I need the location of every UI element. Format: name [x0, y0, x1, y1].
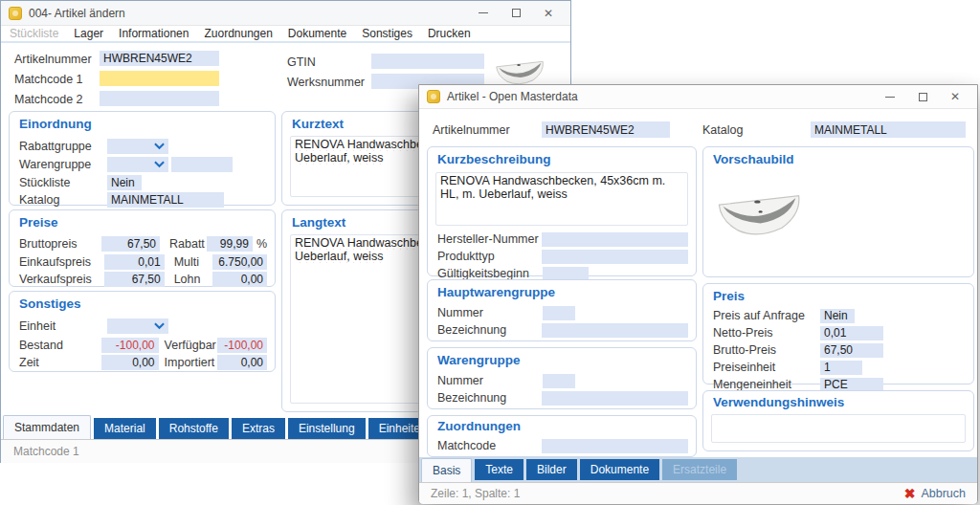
minimize-button[interactable]	[874, 87, 906, 106]
menu-zuordnungen[interactable]: Zuordnungen	[204, 27, 272, 40]
brutto-preis-field[interactable]: 67,50	[820, 343, 883, 358]
panel-sonstiges: Sonstiges Einheit Bestand -100,00 Verfüg…	[9, 291, 276, 372]
menu-drucken[interactable]: Drucken	[428, 27, 471, 40]
kurzbeschreibung-textarea[interactable]: RENOVA Handwaschbecken, 45x36cm m. HL, m…	[435, 172, 688, 226]
panel-title: Verwendungshinweis	[713, 395, 844, 409]
panel-hauptwarengruppe: Hauptwarengruppe Nummer Bezeichnung	[427, 279, 697, 341]
einheit-label: Einheit	[19, 319, 107, 333]
minimize-icon	[479, 12, 488, 13]
bruttopreis-label: Bruttopreis	[19, 237, 101, 251]
app-icon	[427, 90, 440, 103]
warengruppe-bezeichnung-field[interactable]	[542, 391, 688, 406]
panel-title: Zuordnungen	[437, 419, 521, 433]
einheit-dropdown[interactable]	[107, 318, 168, 334]
chevron-down-icon	[154, 161, 165, 168]
netto-preis-field[interactable]: 0,01	[820, 326, 883, 340]
preis-auf-anfrage-label: Preis auf Anfrage	[713, 309, 820, 322]
einkaufspreis-field[interactable]: 0,01	[104, 254, 164, 270]
kurzbeschreibung-text: RENOVA Handwaschbecken, 45x36cm m. HL, m…	[440, 174, 665, 201]
maximize-button[interactable]	[500, 4, 532, 23]
bestand-field: -100,00	[101, 338, 159, 353]
multi-field[interactable]: 6.750,00	[212, 254, 267, 270]
menu-lager[interactable]: Lager	[74, 27, 103, 40]
produkttyp-label: Produkttyp	[437, 250, 542, 263]
chevron-down-icon	[154, 322, 165, 330]
importiert-field: 0,00	[217, 355, 267, 370]
close-button[interactable]: ✕	[939, 87, 971, 106]
tab-stammdaten[interactable]: Stammdaten	[3, 415, 91, 439]
nummer-label: Nummer	[437, 306, 543, 319]
panel-title: Kurzbeschreibung	[437, 152, 551, 166]
tab-einstellung[interactable]: Einstellung	[288, 418, 366, 439]
panel-zuordnungen: Zuordnungen Matchcode	[427, 415, 697, 457]
rabattgruppe-dropdown[interactable]	[107, 139, 168, 154]
window-title: Artikel - Open Masterdata	[447, 90, 578, 103]
tab-basis[interactable]: Basis	[421, 458, 472, 482]
hauptwarengruppe-nummer-field[interactable]	[543, 306, 575, 320]
produkttyp-field[interactable]	[542, 250, 688, 264]
verkaufspreis-field[interactable]: 67,50	[104, 272, 164, 287]
tab-dokumente[interactable]: Dokumente	[580, 459, 659, 480]
matchcode1-field[interactable]	[100, 71, 219, 86]
matchcode2-field[interactable]	[100, 91, 219, 106]
panel-title: Kurztext	[292, 117, 344, 131]
panel-einordnung: Einordnung Rabattgruppe Warengruppe Stüc…	[9, 111, 276, 206]
verfuegbar-label: Verfügbar	[165, 339, 218, 352]
abbruch-button[interactable]: ✖ Abbruch	[904, 486, 966, 501]
tab-extras[interactable]: Extras	[232, 418, 285, 439]
menu-informationen[interactable]: Informationen	[119, 27, 189, 40]
gtin-label: GTIN	[287, 55, 316, 69]
matchcode-field[interactable]	[542, 439, 688, 453]
bestand-label: Bestand	[19, 339, 101, 352]
minimize-button[interactable]	[467, 4, 500, 23]
stueckliste-label: Stückliste	[19, 176, 107, 189]
warengruppe-text-field[interactable]	[171, 157, 233, 172]
hersteller-nummer-field[interactable]	[542, 232, 688, 247]
rabatt-field[interactable]: 99,99	[207, 236, 252, 252]
status-bar: Zeile: 1, Spalte: 1 ✖ Abbruch	[419, 482, 977, 504]
cancel-x-icon: ✖	[904, 486, 916, 501]
cursor-position-text: Zeile: 1, Spalte: 1	[431, 487, 520, 500]
warengruppe-nummer-field[interactable]	[543, 374, 575, 388]
menu-stueckliste: Stückliste	[10, 27, 58, 40]
katalog-field[interactable]: MAINMETALL	[811, 121, 966, 138]
bruttopreis-field[interactable]: 67,50	[101, 236, 160, 252]
preiseinheit-label: Preiseinheit	[713, 361, 820, 374]
window-title: 004- Artikel ändern	[29, 7, 125, 20]
app-icon	[9, 7, 22, 20]
matchcode1-label: Matchcode 1	[14, 73, 83, 86]
artikelnummer-field[interactable]: HWBREN45WE2	[100, 51, 219, 66]
maximize-button[interactable]	[906, 87, 939, 106]
einkaufspreis-label: Einkaufspreis	[19, 255, 104, 269]
gtin-field[interactable]	[371, 54, 484, 69]
zeit-field[interactable]: 0,00	[101, 355, 159, 370]
tab-rohstoffe[interactable]: Rohstoffe	[159, 418, 229, 439]
menu-dokumente[interactable]: Dokumente	[288, 27, 346, 40]
titlebar[interactable]: 004- Artikel ändern ✕	[1, 1, 570, 26]
panel-title: Warengruppe	[437, 353, 521, 367]
warengruppe-dropdown[interactable]	[107, 157, 168, 172]
status-text: Matchcode 1	[13, 445, 79, 458]
product-preview-image	[713, 180, 805, 247]
verwendungshinweis-textarea[interactable]	[711, 414, 966, 443]
rabatt-label: Rabatt	[169, 237, 207, 251]
tab-texte[interactable]: Texte	[475, 459, 523, 480]
netto-preis-label: Netto-Preis	[713, 326, 820, 340]
zeit-label: Zeit	[19, 356, 101, 369]
menu-sonstiges[interactable]: Sonstiges	[362, 27, 412, 40]
lohn-field[interactable]: 0,00	[212, 272, 267, 287]
titlebar[interactable]: Artikel - Open Masterdata ✕	[419, 85, 977, 109]
panel-title: Sonstiges	[19, 296, 81, 311]
warengruppe-label: Warengruppe	[19, 158, 107, 171]
panel-title: Einordnung	[19, 117, 92, 131]
katalog-field[interactable]: MAINMETALL	[107, 192, 224, 208]
mengeneinheit-label: Mengeneinheit	[713, 378, 820, 391]
panel-title: Preis	[713, 289, 745, 303]
tab-bilder[interactable]: Bilder	[526, 459, 577, 480]
panel-title: Langtext	[292, 215, 345, 230]
tab-material[interactable]: Material	[94, 418, 156, 439]
artikelnummer-field[interactable]: HWBREN45WE2	[542, 121, 670, 138]
preiseinheit-field[interactable]: 1	[820, 361, 862, 375]
close-button[interactable]: ✕	[532, 4, 565, 23]
hauptwarengruppe-bezeichnung-field[interactable]	[542, 323, 688, 338]
